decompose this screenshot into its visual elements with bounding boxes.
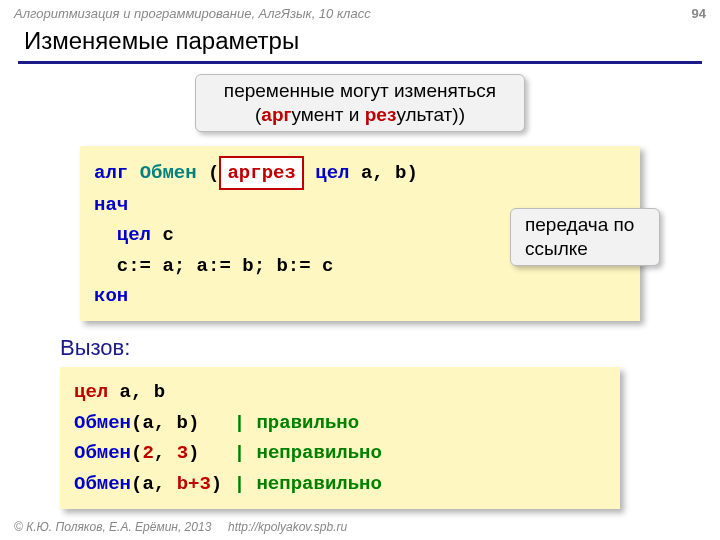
code-end: кон [94, 281, 626, 311]
code-call-1: Обмен(a, b) | правильно [74, 408, 606, 438]
header-bar: Алгоритмизация и программирование, АлгЯз… [0, 0, 720, 23]
page-title: Изменяемые параметры [0, 23, 720, 61]
footer: © К.Ю. Поляков, Е.А. Ерёмин, 2013 http:/… [14, 520, 347, 534]
course-label: Алгоритмизация и программирование, АлгЯз… [14, 6, 371, 21]
code-calls: цел a, b Обмен(a, b) | правильно Обмен(2… [60, 367, 620, 509]
footer-copy: © К.Ю. Поляков, Е.А. Ерёмин, 2013 [14, 520, 211, 534]
callout-line1: переменные могут изменяться [210, 79, 510, 103]
callout-variables-change: переменные могут изменяться (аргумент и … [195, 74, 525, 132]
title-rule [18, 61, 702, 64]
argres-box: аргрез [219, 156, 303, 190]
code-line-header: алг Обмен (аргрез цел a, b) [94, 156, 626, 190]
callout-by-reference: передача по ссылке [510, 208, 660, 266]
callout-line2: (аргумент и результат)) [210, 103, 510, 127]
code-call-2: Обмен(2, 3) | неправильно [74, 438, 606, 468]
footer-url: http://kpolyakov.spb.ru [228, 520, 347, 534]
code-call-3: Обмен(a, b+3) | неправильно [74, 469, 606, 499]
page-number: 94 [692, 6, 706, 21]
call-label: Вызов: [60, 335, 720, 361]
code-call-decl: цел a, b [74, 377, 606, 407]
